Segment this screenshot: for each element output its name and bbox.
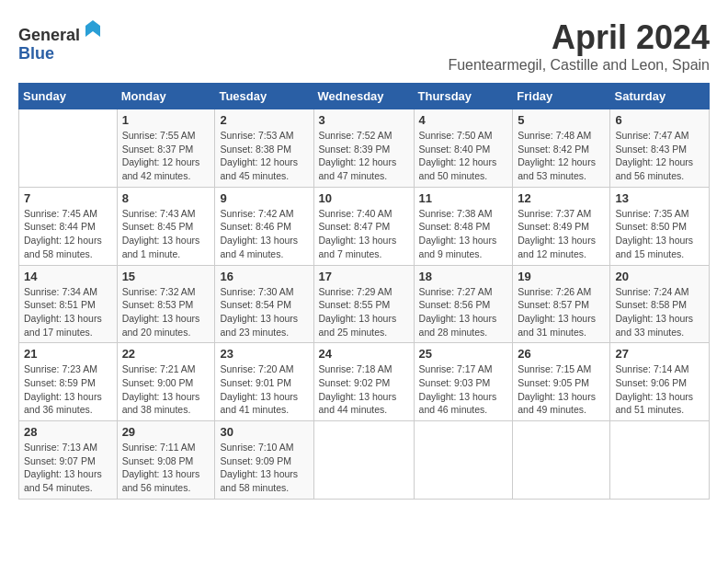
title-section: April 2024 Fuentearmegil, Castille and L…: [448, 18, 710, 74]
logo-blue: Blue: [18, 44, 54, 63]
day-number: 6: [615, 113, 704, 127]
day-info: Sunrise: 7:45 AMSunset: 8:44 PMDaylight:…: [24, 207, 112, 261]
calendar-cell: 24Sunrise: 7:18 AMSunset: 9:02 PMDayligh…: [313, 343, 414, 421]
day-number: 1: [122, 113, 210, 127]
day-number: 26: [518, 347, 605, 361]
day-number: 20: [615, 270, 704, 283]
calendar-cell: 6Sunrise: 7:47 AMSunset: 8:43 PMDaylight…: [610, 109, 710, 188]
calendar-cell: 18Sunrise: 7:27 AMSunset: 8:56 PMDayligh…: [414, 265, 513, 343]
calendar-cell: 22Sunrise: 7:21 AMSunset: 9:00 PMDayligh…: [117, 343, 215, 421]
calendar-cell: 16Sunrise: 7:30 AMSunset: 8:54 PMDayligh…: [215, 265, 313, 343]
calendar-cell: 27Sunrise: 7:14 AMSunset: 9:06 PMDayligh…: [610, 343, 710, 421]
day-number: 23: [220, 347, 308, 361]
logo: General Blue: [18, 18, 104, 63]
calendar-cell: 30Sunrise: 7:10 AMSunset: 9:09 PMDayligh…: [215, 421, 313, 500]
column-header-tuesday: Tuesday: [215, 84, 313, 109]
calendar-cell: [313, 421, 414, 500]
day-number: 30: [220, 425, 308, 439]
day-info: Sunrise: 7:42 AMSunset: 8:46 PMDaylight:…: [220, 207, 308, 261]
calendar-cell: 19Sunrise: 7:26 AMSunset: 8:57 PMDayligh…: [513, 265, 610, 343]
day-number: 8: [122, 191, 210, 205]
page-header: General Blue April 2024 Fuentearmegil, C…: [18, 18, 710, 74]
day-number: 9: [220, 191, 308, 205]
day-info: Sunrise: 7:34 AMSunset: 8:51 PMDaylight:…: [24, 285, 112, 339]
day-info: Sunrise: 7:14 AMSunset: 9:06 PMDaylight:…: [615, 362, 704, 417]
day-number: 14: [24, 270, 112, 283]
day-info: Sunrise: 7:35 AMSunset: 8:50 PMDaylight:…: [615, 207, 704, 261]
calendar-cell: 15Sunrise: 7:32 AMSunset: 8:53 PMDayligh…: [117, 265, 215, 343]
calendar-week-row: 14Sunrise: 7:34 AMSunset: 8:51 PMDayligh…: [19, 265, 710, 343]
day-number: 24: [319, 347, 409, 361]
day-number: 18: [419, 270, 508, 283]
calendar-cell: 2Sunrise: 7:53 AMSunset: 8:38 PMDaylight…: [215, 109, 313, 188]
column-header-saturday: Saturday: [610, 84, 710, 109]
column-header-monday: Monday: [117, 84, 215, 109]
day-number: 2: [220, 113, 308, 127]
column-header-wednesday: Wednesday: [313, 84, 414, 109]
day-info: Sunrise: 7:50 AMSunset: 8:40 PMDaylight:…: [419, 129, 508, 183]
day-number: 16: [220, 270, 308, 283]
calendar-cell: 12Sunrise: 7:37 AMSunset: 8:49 PMDayligh…: [513, 187, 610, 265]
day-number: 7: [24, 191, 112, 205]
day-number: 28: [24, 425, 112, 439]
day-info: Sunrise: 7:27 AMSunset: 8:56 PMDaylight:…: [419, 285, 508, 339]
day-number: 17: [319, 270, 409, 283]
day-info: Sunrise: 7:18 AMSunset: 9:02 PMDaylight:…: [319, 362, 409, 417]
day-number: 4: [419, 113, 508, 127]
calendar-cell: 5Sunrise: 7:48 AMSunset: 8:42 PMDaylight…: [513, 109, 610, 188]
calendar-cell: 10Sunrise: 7:40 AMSunset: 8:47 PMDayligh…: [313, 187, 414, 265]
day-number: 11: [419, 191, 508, 205]
calendar-week-row: 1Sunrise: 7:55 AMSunset: 8:37 PMDaylight…: [19, 109, 710, 188]
calendar-cell: 9Sunrise: 7:42 AMSunset: 8:46 PMDaylight…: [215, 187, 313, 265]
day-info: Sunrise: 7:21 AMSunset: 9:00 PMDaylight:…: [122, 362, 210, 417]
calendar-cell: 25Sunrise: 7:17 AMSunset: 9:03 PMDayligh…: [414, 343, 513, 421]
calendar-cell: 1Sunrise: 7:55 AMSunset: 8:37 PMDaylight…: [117, 109, 215, 188]
column-header-sunday: Sunday: [19, 84, 118, 109]
day-info: Sunrise: 7:29 AMSunset: 8:55 PMDaylight:…: [319, 285, 409, 339]
day-info: Sunrise: 7:30 AMSunset: 8:54 PMDaylight:…: [220, 285, 308, 339]
day-info: Sunrise: 7:11 AMSunset: 9:08 PMDaylight:…: [122, 441, 210, 495]
day-number: 10: [319, 191, 409, 205]
calendar-cell: [414, 421, 513, 500]
calendar-cell: 3Sunrise: 7:52 AMSunset: 8:39 PMDaylight…: [313, 109, 414, 188]
day-info: Sunrise: 7:23 AMSunset: 8:59 PMDaylight:…: [24, 362, 112, 417]
calendar-cell: 17Sunrise: 7:29 AMSunset: 8:55 PMDayligh…: [313, 265, 414, 343]
day-info: Sunrise: 7:55 AMSunset: 8:37 PMDaylight:…: [122, 129, 210, 183]
main-title: April 2024: [448, 18, 710, 57]
calendar-cell: [513, 421, 610, 500]
calendar-cell: 29Sunrise: 7:11 AMSunset: 9:08 PMDayligh…: [117, 421, 215, 500]
day-info: Sunrise: 7:53 AMSunset: 8:38 PMDaylight:…: [220, 129, 308, 183]
day-number: 5: [518, 113, 605, 127]
calendar-cell: 21Sunrise: 7:23 AMSunset: 8:59 PMDayligh…: [19, 343, 118, 421]
day-info: Sunrise: 7:20 AMSunset: 9:01 PMDaylight:…: [220, 362, 308, 417]
calendar-week-row: 21Sunrise: 7:23 AMSunset: 8:59 PMDayligh…: [19, 343, 710, 421]
day-number: 13: [615, 191, 704, 205]
day-number: 22: [122, 347, 210, 361]
column-header-thursday: Thursday: [414, 84, 513, 109]
day-info: Sunrise: 7:15 AMSunset: 9:05 PMDaylight:…: [518, 362, 605, 417]
day-info: Sunrise: 7:47 AMSunset: 8:43 PMDaylight:…: [615, 129, 704, 183]
calendar-table: SundayMondayTuesdayWednesdayThursdayFrid…: [18, 83, 710, 500]
day-info: Sunrise: 7:10 AMSunset: 9:09 PMDaylight:…: [220, 441, 308, 495]
calendar-cell: 23Sunrise: 7:20 AMSunset: 9:01 PMDayligh…: [215, 343, 313, 421]
day-info: Sunrise: 7:26 AMSunset: 8:57 PMDaylight:…: [518, 285, 605, 339]
calendar-cell: 20Sunrise: 7:24 AMSunset: 8:58 PMDayligh…: [610, 265, 710, 343]
calendar-header-row: SundayMondayTuesdayWednesdayThursdayFrid…: [19, 84, 710, 109]
day-info: Sunrise: 7:24 AMSunset: 8:58 PMDaylight:…: [615, 285, 704, 339]
day-number: 21: [24, 347, 112, 361]
logo-icon: [82, 18, 104, 40]
calendar-cell: 8Sunrise: 7:43 AMSunset: 8:45 PMDaylight…: [117, 187, 215, 265]
calendar-cell: [19, 109, 118, 188]
day-info: Sunrise: 7:13 AMSunset: 9:07 PMDaylight:…: [24, 441, 112, 495]
day-number: 3: [319, 113, 409, 127]
day-info: Sunrise: 7:52 AMSunset: 8:39 PMDaylight:…: [319, 129, 409, 183]
day-number: 27: [615, 347, 704, 361]
day-info: Sunrise: 7:43 AMSunset: 8:45 PMDaylight:…: [122, 207, 210, 261]
calendar-cell: [610, 421, 710, 500]
calendar-cell: 13Sunrise: 7:35 AMSunset: 8:50 PMDayligh…: [610, 187, 710, 265]
day-number: 29: [122, 425, 210, 439]
day-info: Sunrise: 7:40 AMSunset: 8:47 PMDaylight:…: [319, 207, 409, 261]
day-number: 15: [122, 270, 210, 283]
day-number: 25: [419, 347, 508, 361]
calendar-cell: 11Sunrise: 7:38 AMSunset: 8:48 PMDayligh…: [414, 187, 513, 265]
